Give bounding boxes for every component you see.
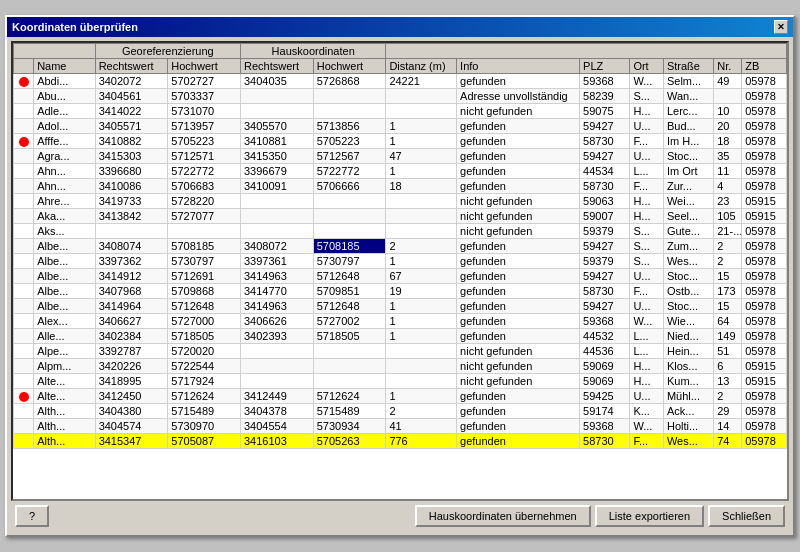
- cell-name: Alte...: [34, 374, 96, 389]
- cell-rw1: 3408074: [95, 239, 168, 254]
- cell-nr: 14: [714, 419, 742, 434]
- cell-hw2: 5712648: [313, 299, 386, 314]
- cell-hw2: 5705263: [313, 434, 386, 449]
- cell-plz: 58239: [580, 89, 630, 104]
- cell-rw2: 3404378: [241, 404, 314, 419]
- cell-hw1: 5727000: [168, 314, 241, 329]
- table-row: Albe...34080745708185340807257081852gefu…: [14, 239, 787, 254]
- window-title: Koordinaten überprüfen: [12, 21, 138, 33]
- cell-plz: 59069: [580, 374, 630, 389]
- cell-hw1: 5712571: [168, 149, 241, 164]
- cell-zb: 05978: [742, 299, 787, 314]
- cell-rw1: 3407968: [95, 284, 168, 299]
- cell-ort: L...: [630, 164, 664, 179]
- table-row: Abu...34045615703337Adresse unvollständi…: [14, 89, 787, 104]
- row-icon-cell: [14, 314, 34, 329]
- cell-hw1: 5718505: [168, 329, 241, 344]
- cell-plz: 59379: [580, 224, 630, 239]
- cell-ort: U...: [630, 119, 664, 134]
- cell-plz: 58730: [580, 134, 630, 149]
- table-row: Alth...34043805715489340437857154892gefu…: [14, 404, 787, 419]
- cell-info: gefunden: [457, 434, 580, 449]
- cell-hw2: 5713856: [313, 119, 386, 134]
- cell-rw2: [241, 374, 314, 389]
- cell-hw2: [313, 344, 386, 359]
- cell-rw2: 3410881: [241, 134, 314, 149]
- cell-hw1: 5713957: [168, 119, 241, 134]
- cell-nr: 74: [714, 434, 742, 449]
- close-button[interactable]: ✕: [774, 20, 788, 34]
- col-hw1: Hochwert: [168, 59, 241, 74]
- cell-hw1: 5708185: [168, 239, 241, 254]
- cell-dist: [386, 359, 457, 374]
- help-button[interactable]: ?: [15, 505, 49, 527]
- col-name: Name: [34, 59, 96, 74]
- cell-rw1: [95, 224, 168, 239]
- cell-info: nicht gefunden: [457, 104, 580, 119]
- cell-plz: 58730: [580, 179, 630, 194]
- cell-str: Holti...: [663, 419, 713, 434]
- import-button[interactable]: Hauskoordinaten übernehmen: [415, 505, 591, 527]
- cell-nr: 13: [714, 374, 742, 389]
- cell-zb: 05978: [742, 134, 787, 149]
- table-row: Alte...34189955717924nicht gefunden59069…: [14, 374, 787, 389]
- cell-hw1: [168, 224, 241, 239]
- cell-rw2: 3402393: [241, 329, 314, 344]
- table-row: Albe...33973625730797339736157307971gefu…: [14, 254, 787, 269]
- cell-zb: 05978: [742, 89, 787, 104]
- group-header-row: Georeferenzierung Hauskoordinaten: [14, 44, 787, 59]
- cell-ort: S...: [630, 239, 664, 254]
- cell-info: gefunden: [457, 329, 580, 344]
- cell-hw1: 5712624: [168, 389, 241, 404]
- cell-dist: 47: [386, 149, 457, 164]
- cell-rw1: 3420226: [95, 359, 168, 374]
- data-table-container[interactable]: Georeferenzierung Hauskoordinaten Name R…: [11, 41, 789, 501]
- cell-info: gefunden: [457, 239, 580, 254]
- cell-nr: 35: [714, 149, 742, 164]
- cell-info: gefunden: [457, 419, 580, 434]
- row-icon-cell: [14, 329, 34, 344]
- cell-info: gefunden: [457, 299, 580, 314]
- col-dist: Distanz (m): [386, 59, 457, 74]
- cell-hw2: 5708185: [313, 239, 386, 254]
- cell-nr: 2: [714, 239, 742, 254]
- cell-info: nicht gefunden: [457, 209, 580, 224]
- cell-zb: 05978: [742, 284, 787, 299]
- cell-hw2: [313, 89, 386, 104]
- cell-dist: 67: [386, 269, 457, 284]
- cell-rw1: 3392787: [95, 344, 168, 359]
- cell-rw2: 3406626: [241, 314, 314, 329]
- cell-str: Gute...: [663, 224, 713, 239]
- row-icon-cell: [14, 239, 34, 254]
- cell-str: Wes...: [663, 254, 713, 269]
- cell-nr: 18: [714, 134, 742, 149]
- cell-plz: 59368: [580, 419, 630, 434]
- cell-hw2: 5709851: [313, 284, 386, 299]
- cell-name: Albe...: [34, 239, 96, 254]
- col-plz: PLZ: [580, 59, 630, 74]
- cell-plz: 58730: [580, 284, 630, 299]
- table-row: Afffe...34108825705223341088157052231gef…: [14, 134, 787, 149]
- table-row: Alpm...34202265722544nicht gefunden59069…: [14, 359, 787, 374]
- export-button[interactable]: Liste exportieren: [595, 505, 704, 527]
- cell-hw1: 5712648: [168, 299, 241, 314]
- cell-hw2: 5706666: [313, 179, 386, 194]
- cell-str: Seel...: [663, 209, 713, 224]
- row-icon-cell: [14, 104, 34, 119]
- table-body: Abdi...340207257027273404035572686824221…: [14, 74, 787, 449]
- cell-hw2: [313, 224, 386, 239]
- cell-hw2: 5718505: [313, 329, 386, 344]
- cell-info: nicht gefunden: [457, 224, 580, 239]
- cell-ort: U...: [630, 149, 664, 164]
- cell-ort: W...: [630, 314, 664, 329]
- cell-dist: [386, 344, 457, 359]
- cell-rw2: 3404035: [241, 74, 314, 89]
- cell-hw1: 5730797: [168, 254, 241, 269]
- cell-ort: S...: [630, 89, 664, 104]
- cell-plz: 59368: [580, 314, 630, 329]
- cell-rw2: 3396679: [241, 164, 314, 179]
- close-button-footer[interactable]: Schließen: [708, 505, 785, 527]
- cell-str: Hein...: [663, 344, 713, 359]
- table-row: Aks...nicht gefunden59379S...Gute...21-.…: [14, 224, 787, 239]
- cell-plz: 59427: [580, 239, 630, 254]
